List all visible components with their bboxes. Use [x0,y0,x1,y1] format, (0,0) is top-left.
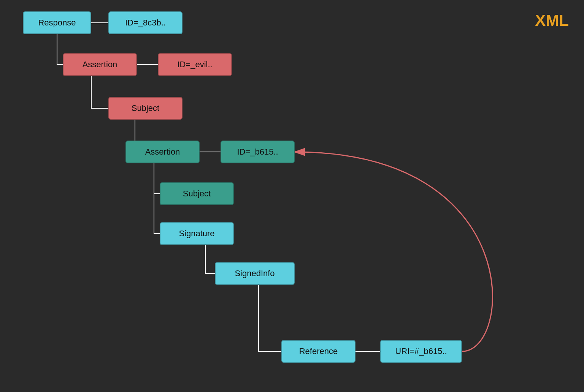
node-subject1-label: Subject [132,103,159,113]
node-idb615[interactable]: ID=_b615.. [221,141,295,163]
node-signedinfo-label: SignedInfo [235,269,275,278]
node-response[interactable]: Response [23,11,91,34]
node-assertion1[interactable]: Assertion [63,53,137,76]
node-reference[interactable]: Reference [281,340,355,363]
node-response-label: Response [38,18,76,28]
node-subject1[interactable]: Subject [108,97,182,120]
node-signature-label: Signature [179,229,214,239]
node-id8c3b[interactable]: ID=_8c3b.. [108,11,182,34]
xml-label: XML [535,11,569,30]
node-assertion2[interactable]: Assertion [125,141,200,163]
node-signature[interactable]: Signature [160,222,234,245]
node-urib615[interactable]: URI=#_b615.. [380,340,462,363]
node-idevil[interactable]: ID=_evil.. [158,53,232,76]
node-subject2-label: Subject [183,189,211,199]
node-idb615-label: ID=_b615.. [237,147,278,157]
node-subject2[interactable]: Subject [160,182,234,205]
node-id8c3b-label: ID=_8c3b.. [125,18,166,28]
node-assertion1-label: Assertion [83,60,117,70]
node-assertion2-label: Assertion [145,147,180,157]
node-urib615-label: URI=#_b615.. [395,346,447,356]
node-signedinfo[interactable]: SignedInfo [215,262,295,285]
node-reference-label: Reference [299,346,338,356]
node-idevil-label: ID=_evil.. [177,60,212,70]
